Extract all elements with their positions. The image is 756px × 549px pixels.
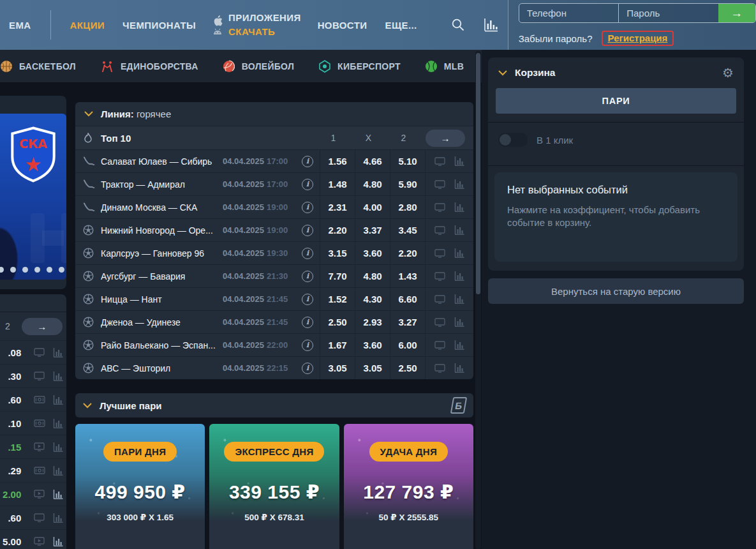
match-teams[interactable]: АВС — Эшторил (101, 363, 223, 373)
info-icon[interactable]: i (302, 202, 313, 213)
monitor-icon[interactable] (434, 226, 445, 235)
statistics-icon[interactable] (53, 513, 63, 523)
match-row[interactable]: Динамо Москва — СКА 04.04.202519:00 i 2.… (75, 195, 473, 218)
match-teams[interactable]: Аугсбург — Бавария (101, 271, 223, 282)
one-click-toggle[interactable] (498, 133, 528, 147)
match-teams[interactable]: Карлсруэ — Ганновер 96 (101, 248, 223, 259)
odds-value[interactable]: .30 (0, 371, 21, 382)
odds-cell-1[interactable]: 2.20 (320, 219, 355, 241)
odds-cell-1[interactable]: 2.31 (320, 196, 355, 218)
carousel-dot[interactable] (47, 267, 52, 273)
monitor-icon[interactable] (434, 157, 445, 166)
statistics-icon[interactable] (454, 340, 464, 350)
left-odds-row[interactable]: .60 (0, 506, 66, 529)
odds-value[interactable]: .60 (0, 513, 21, 523)
odds-cell-x[interactable]: 4.00 (355, 196, 390, 218)
statistics-icon[interactable] (454, 156, 464, 166)
info-icon[interactable]: i (302, 340, 313, 351)
sports-nav-item[interactable]: ВОЛЕЙБОЛ (223, 60, 294, 73)
sports-nav-item[interactable]: КИБЕРСПОРТ (318, 60, 401, 73)
left-odds-row[interactable]: .08 (0, 340, 66, 364)
statistics-icon[interactable] (53, 442, 63, 452)
match-row[interactable]: Салават Юлаев — Сибирь 04.04.202517:00 i… (75, 149, 473, 172)
odds-value[interactable]: .08 (0, 347, 21, 358)
odds-cell-x[interactable]: 4.30 (355, 288, 390, 310)
top10-label[interactable]: Топ 10 (101, 133, 131, 144)
match-row[interactable]: Нижний Новгород — Оре... 04.04.202519:00… (75, 218, 473, 241)
password-input[interactable] (618, 4, 718, 22)
basket-header[interactable]: Корзина ⚙ (488, 57, 744, 88)
statistics-icon[interactable] (53, 419, 63, 428)
monitor-icon[interactable] (434, 341, 445, 350)
info-icon[interactable]: i (302, 225, 313, 236)
odds-cell-1[interactable]: 7.70 (320, 265, 355, 287)
odds-value[interactable]: .29 (0, 465, 21, 476)
registration-link[interactable]: Регистрация (602, 31, 674, 46)
odds-cell-x[interactable]: 3.60 (355, 242, 390, 264)
ska-banner[interactable]: СКА ★ (0, 114, 66, 280)
info-icon[interactable]: i (302, 294, 313, 305)
match-teams[interactable]: Дженоа — Удинезе (101, 317, 223, 327)
info-icon[interactable]: i (302, 363, 313, 374)
gear-icon[interactable]: ⚙ (722, 66, 734, 79)
odds-value[interactable]: 2.00 (0, 489, 21, 500)
odds-cell-2[interactable]: 5.10 (390, 150, 425, 172)
nav-item-apps[interactable]: ПРИЛОЖЕНИЯ СКАЧАТЬ (212, 11, 301, 40)
statistics-icon[interactable] (454, 225, 464, 235)
left-odds-row[interactable]: .60 (0, 387, 66, 411)
left-odds-row[interactable]: .30 (0, 364, 66, 387)
video-icon[interactable] (34, 537, 45, 546)
odds-cell-2[interactable]: 2.50 (390, 357, 425, 379)
left-odds-row[interactable]: .29 (0, 458, 66, 482)
odds-cell-1[interactable]: 3.05 (320, 357, 355, 379)
odds-cell-1[interactable]: 3.15 (320, 242, 355, 264)
odds-cell-2[interactable]: 6.00 (390, 334, 425, 356)
odds-cell-1[interactable]: 1.67 (320, 334, 355, 356)
monitor-icon[interactable] (434, 272, 445, 281)
nav-item-theme-cut[interactable]: ЕМА (9, 20, 31, 31)
sports-nav-item[interactable]: ЕДИНОБОРСТВА (100, 61, 198, 72)
odds-cell-1[interactable]: 1.56 (320, 150, 355, 172)
nav-item-news[interactable]: НОВОСТИ (318, 20, 367, 31)
odds-cell-2[interactable]: 2.20 (390, 242, 425, 264)
statistics-icon[interactable] (454, 202, 464, 212)
nav-item-more[interactable]: ЕЩЕ... (385, 20, 417, 31)
stats-icon[interactable] (484, 18, 499, 32)
video-icon[interactable] (34, 442, 45, 451)
odds-cell-2[interactable]: 3.45 (390, 219, 425, 241)
back-to-old-version-button[interactable]: Вернуться на старую версию (488, 278, 744, 304)
info-icon[interactable]: i (302, 317, 313, 328)
odds-cell-x[interactable]: 3.60 (355, 334, 390, 356)
odds-cell-2[interactable]: 3.27 (390, 311, 425, 333)
match-teams[interactable]: Трактор — Адмирал (101, 179, 223, 190)
left-more-arrow-button[interactable]: → (22, 318, 63, 335)
match-row[interactable]: Райо Вальекано — Эспан... 04.04.202522:0… (75, 333, 473, 356)
carousel-dot[interactable] (0, 267, 4, 273)
monitor-icon[interactable] (34, 348, 45, 357)
match-row[interactable]: АВС — Эшторил 04.04.202522:15 i 3.05 3.0… (75, 356, 473, 379)
odds-cell-2[interactable]: 2.80 (390, 196, 425, 218)
statistics-icon[interactable] (53, 372, 63, 381)
search-icon[interactable] (450, 17, 466, 33)
carousel-dot[interactable] (34, 267, 40, 273)
carousel-dot[interactable] (10, 267, 16, 273)
statistics-icon[interactable] (454, 294, 464, 304)
carousel-dot[interactable] (22, 267, 28, 273)
monitor-icon[interactable] (34, 513, 45, 522)
line-section-header[interactable]: Линия: горячее (75, 102, 473, 126)
monitor-icon[interactable] (34, 372, 45, 380)
scrollbar-thumb[interactable] (476, 53, 480, 294)
carousel-dot[interactable] (59, 267, 64, 273)
odds-cell-2[interactable]: 5.90 (390, 173, 425, 195)
statistics-icon[interactable] (53, 348, 63, 357)
info-icon[interactable]: i (302, 271, 313, 282)
odds-cell-x[interactable]: 3.37 (355, 219, 390, 241)
sports-nav-item[interactable]: БАСКЕТБОЛ (0, 60, 76, 73)
match-row[interactable]: Трактор — Адмирал 04.04.202517:00 i 1.48… (75, 172, 473, 195)
odds-cell-1[interactable]: 1.52 (320, 288, 355, 310)
best-bets-header[interactable]: Лучшие пари Б (75, 393, 473, 417)
match-teams[interactable]: Салават Юлаев — Сибирь (101, 156, 223, 167)
odds-cell-1[interactable]: 2.50 (320, 311, 355, 333)
statistics-icon[interactable] (454, 179, 464, 189)
match-teams[interactable]: Ницца — Нант (101, 294, 223, 305)
